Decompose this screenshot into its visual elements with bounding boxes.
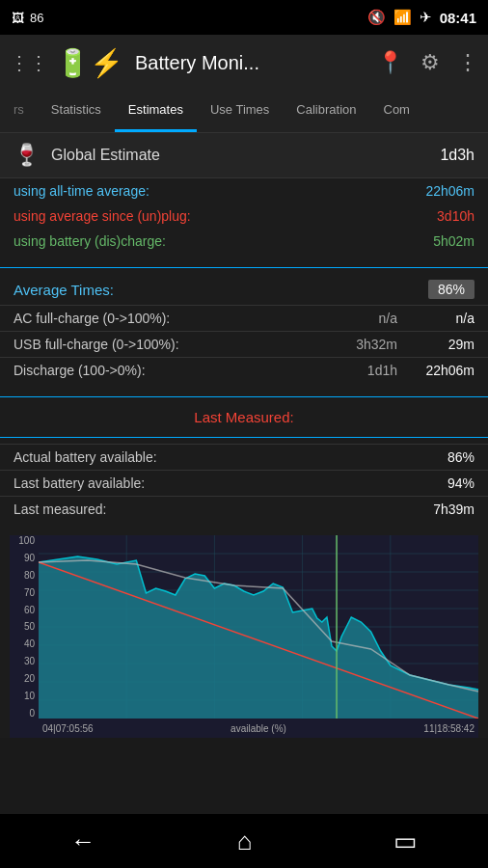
y-label-90: 90 xyxy=(24,553,35,563)
global-estimate-label: Global Estimate xyxy=(51,147,440,164)
mute-icon: 🔇 xyxy=(367,9,386,26)
y-label-0: 0 xyxy=(29,708,35,719)
status-bar: 🖼 86 🔇 📶 ✈ 08:41 xyxy=(0,0,488,35)
tab-statistics[interactable]: Statistics xyxy=(38,91,115,132)
airplane-icon: ✈ xyxy=(420,9,432,26)
avg-val2-1: 29m xyxy=(397,337,474,352)
average-times-label: Average Times: xyxy=(14,282,428,298)
y-label-40: 40 xyxy=(24,638,35,649)
avg-val1-2: 1d1h xyxy=(330,363,397,378)
back-button[interactable]: ← xyxy=(70,827,95,856)
lm-row-0: Actual battery available: 86% xyxy=(0,444,488,470)
avg-val1-1: 3h32m xyxy=(330,337,397,352)
lm-label-0: Actual battery available: xyxy=(14,449,447,465)
y-label-60: 60 xyxy=(24,605,35,615)
wifi-icon: 📶 xyxy=(393,9,412,26)
filter-icon[interactable]: ⚙ xyxy=(420,50,440,75)
avg-val2-2: 22h06m xyxy=(397,363,474,378)
avg-row-0: AC full-charge (0->100%): n/a n/a xyxy=(0,305,488,331)
tab-bar: rs Statistics Estimates Use Times Calibr… xyxy=(0,91,488,133)
y-label-20: 20 xyxy=(24,673,35,684)
last-measured-header: Last Measured: xyxy=(0,403,488,431)
estimate-label-1: using average since (un)plug: xyxy=(14,208,437,224)
app-title: Battery Moni... xyxy=(135,52,369,74)
estimate-label-2: using battery (dis)charge: xyxy=(14,233,433,249)
tab-use-times[interactable]: Use Times xyxy=(197,91,283,132)
global-estimate-value: 1d3h xyxy=(440,147,474,164)
estimate-value-1: 3d10h xyxy=(437,208,474,224)
chart-x-label-center: available (%) xyxy=(230,723,286,734)
lm-label-2: Last measured: xyxy=(14,502,433,517)
avg-label-1: USB full-charge (0->100%): xyxy=(14,337,330,352)
divider-2 xyxy=(0,396,488,397)
estimate-row-1: using average since (un)plug: 3d10h xyxy=(0,203,488,229)
battery-percentage: 86 xyxy=(30,11,43,25)
lm-value-0: 86% xyxy=(447,449,474,465)
tab-filters[interactable]: rs xyxy=(0,91,38,132)
lm-value-1: 94% xyxy=(447,475,474,491)
estimate-label-0: using all-time average: xyxy=(14,183,425,199)
chart-y-axis: 100 90 80 70 60 50 40 30 20 10 0 xyxy=(10,535,39,719)
status-left: 🖼 86 xyxy=(12,11,43,25)
y-label-80: 80 xyxy=(24,570,35,581)
estimate-row-2: using battery (dis)charge: 5h02m xyxy=(0,229,488,254)
estimate-value-0: 22h06m xyxy=(425,183,474,199)
lm-value-2: 7h39m xyxy=(433,502,474,517)
chart-fill xyxy=(39,556,478,719)
average-times-badge: 86% xyxy=(428,280,474,299)
lm-row-2: Last measured: 7h39m xyxy=(0,496,488,522)
estimate-row-0: using all-time average: 22h06m xyxy=(0,178,488,203)
location-icon[interactable]: 📍 xyxy=(377,50,403,75)
battery-can-icon: 🍷 xyxy=(14,143,40,168)
lm-label-1: Last battery available: xyxy=(14,475,447,491)
chart-svg-area xyxy=(39,535,478,719)
tab-com[interactable]: Com xyxy=(370,91,423,132)
avg-row-2: Discharge (100->0%): 1d1h 22h06m xyxy=(0,357,488,383)
tab-calibration[interactable]: Calibration xyxy=(283,91,369,132)
avg-label-2: Discharge (100->0%): xyxy=(14,363,330,378)
last-measured-label: Last Measured: xyxy=(194,409,293,425)
status-right: 🔇 📶 ✈ 08:41 xyxy=(367,9,476,26)
home-button[interactable]: ⌂ xyxy=(237,827,253,856)
app-bar-actions: 📍 ⚙ ⋮ xyxy=(377,50,478,75)
chart-x-label-left: 04|07:05:56 xyxy=(42,723,94,734)
more-icon[interactable]: ⋮ xyxy=(457,50,478,75)
divider-3 xyxy=(0,437,488,438)
app-bar: ⋮⋮ 🔋⚡ Battery Moni... 📍 ⚙ ⋮ xyxy=(0,35,488,91)
main-content: 🍷 Global Estimate 1d3h using all-time av… xyxy=(0,133,488,738)
avg-row-1: USB full-charge (0->100%): 3h32m 29m xyxy=(0,331,488,357)
tab-estimates[interactable]: Estimates xyxy=(115,91,197,132)
chart-x-label-right: 11|18:58:42 xyxy=(423,723,474,734)
y-label-50: 50 xyxy=(24,621,35,632)
y-label-30: 30 xyxy=(24,656,35,666)
estimate-value-2: 5h02m xyxy=(433,233,474,249)
recents-button[interactable]: ▭ xyxy=(393,827,418,856)
y-label-100: 100 xyxy=(18,535,35,546)
divider-1 xyxy=(0,267,488,268)
avg-val2-0: n/a xyxy=(397,311,474,326)
average-times-header: Average Times: 86% xyxy=(0,274,488,305)
avg-val1-0: n/a xyxy=(330,311,397,326)
y-label-70: 70 xyxy=(24,587,35,598)
menu-icon[interactable]: ⋮⋮ xyxy=(10,51,48,74)
battery-chart: 100 90 80 70 60 50 40 30 20 10 0 xyxy=(10,535,478,738)
image-icon: 🖼 xyxy=(12,11,24,25)
global-estimate-row: 🍷 Global Estimate 1d3h xyxy=(0,133,488,178)
chart-svg xyxy=(39,535,478,719)
status-time: 08:41 xyxy=(440,10,476,26)
lm-row-1: Last battery available: 94% xyxy=(0,470,488,496)
bottom-nav: ← ⌂ ▭ xyxy=(0,814,488,868)
y-label-10: 10 xyxy=(24,691,35,701)
avg-label-0: AC full-charge (0->100%): xyxy=(14,311,330,326)
app-battery-icon: 🔋⚡ xyxy=(56,47,123,79)
